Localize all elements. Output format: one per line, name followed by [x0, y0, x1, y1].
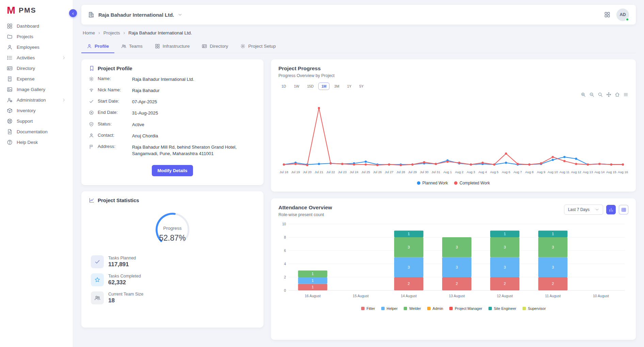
sidebar-item-activities[interactable]: Activities	[0, 52, 73, 63]
menu-icon[interactable]	[623, 92, 628, 97]
range-button-1w[interactable]: 1W	[291, 82, 302, 90]
range-selector: 1D1W15D1M3M1Y5Y	[278, 82, 628, 90]
sidebar-item-label: Activities	[17, 55, 35, 60]
stat-tasks-planned: Tasks Planned117,891	[91, 255, 254, 268]
sidebar-item-administration[interactable]: Administration	[0, 95, 73, 105]
stat-tasks-completed: Tasks Completed62,332	[91, 273, 254, 286]
svg-text:1: 1	[312, 272, 314, 276]
legend-item-planned-work[interactable]: Planned Work	[417, 181, 448, 185]
company-selector[interactable]: Raja Bahadur International Ltd.	[98, 12, 174, 18]
svg-text:Jul 21: Jul 21	[315, 170, 323, 174]
attendance-overview-card: Attendance Overview Role-wise present co…	[271, 198, 636, 340]
field-value: Raja Bahadur Mill Rd, behind Sheraton Gr…	[132, 144, 256, 157]
range-button-1y[interactable]: 1Y	[344, 82, 355, 90]
profile-field-end-date: End Date:31-Aug-2025	[89, 110, 256, 116]
legend-item-site-engineer[interactable]: Site Engineer	[488, 306, 516, 311]
legend-swatch	[381, 307, 385, 310]
image-icon	[7, 87, 13, 92]
list-icon	[7, 55, 13, 61]
field-value: Raja Bahadur International Ltd.	[132, 76, 194, 82]
bar-view-button[interactable]	[606, 205, 616, 214]
zoom-out-icon[interactable]	[589, 92, 594, 97]
avatar[interactable]: AD	[616, 9, 629, 21]
line-chart-svg: Jul 18Jul 19Jul 20Jul 21Jul 22Jul 23Jul …	[278, 97, 628, 178]
sidebar-item-dashboard[interactable]: Dashboard	[0, 21, 73, 31]
svg-text:3: 3	[552, 245, 554, 249]
apps-grid-icon[interactable]	[604, 12, 610, 18]
sidebar-collapse-button[interactable]: ‹	[69, 9, 77, 17]
profile-field-nick-name: Nick Name:Raja Bahadur	[89, 87, 256, 94]
range-button-5y[interactable]: 5Y	[356, 82, 367, 90]
svg-text:Jul 25: Jul 25	[361, 170, 370, 174]
svg-text:Jul 19: Jul 19	[291, 170, 300, 174]
svg-text:Aug 2: Aug 2	[455, 170, 464, 174]
attendance-bar-chart[interactable]: 024681011116 August15 August233114 Augus…	[278, 221, 628, 305]
field-label: Start Date:	[98, 99, 128, 104]
sidebar-item-support[interactable]: Support	[0, 116, 73, 126]
tab-infrastructure[interactable]: Infrastructure	[149, 40, 195, 53]
legend-item-welder[interactable]: Welder	[404, 306, 421, 311]
svg-text:Aug 15: Aug 15	[606, 170, 616, 174]
breadcrumb-separator-icon: ›	[98, 30, 100, 35]
home-icon[interactable]	[615, 92, 620, 97]
tab-directory[interactable]: Directory	[196, 40, 234, 53]
field-value: Raja Bahadur	[132, 87, 160, 94]
svg-text:2: 2	[552, 282, 554, 286]
breadcrumb-item[interactable]: Home	[83, 30, 95, 35]
tab-project-setup[interactable]: Project Setup	[235, 40, 281, 53]
sidebar-item-expense[interactable]: Expense	[0, 74, 73, 84]
progress-line-chart[interactable]: Jul 18Jul 19Jul 20Jul 21Jul 22Jul 23Jul …	[278, 97, 628, 179]
box-icon	[7, 108, 13, 114]
svg-text:Aug 4: Aug 4	[478, 170, 487, 174]
sidebar-item-employees[interactable]: Employees	[0, 42, 73, 52]
svg-text:8: 8	[284, 236, 286, 239]
tab-profile[interactable]: Profile	[81, 40, 114, 53]
flag-icon	[89, 144, 94, 149]
range-button-15d[interactable]: 15D	[304, 82, 317, 90]
stat-value: 117,891	[108, 261, 136, 268]
legend-item-admin[interactable]: Admin	[427, 306, 443, 311]
date-range-select[interactable]: Last 7 Days	[564, 205, 603, 215]
chart-toolbar	[278, 92, 628, 97]
range-button-3m[interactable]: 3M	[331, 82, 342, 90]
app-name: PMS	[19, 6, 36, 14]
pan-icon[interactable]	[606, 92, 611, 97]
range-button-1m[interactable]: 1M	[318, 82, 329, 90]
progress-card-title: Project Progress	[278, 65, 628, 72]
sidebar-item-projects[interactable]: Projects	[0, 31, 73, 42]
svg-text:Jul 26: Jul 26	[373, 170, 382, 174]
legend-item-fitter[interactable]: Fitter	[361, 306, 375, 311]
sidebar-item-documentation[interactable]: Documentation	[0, 126, 73, 137]
legend-item-supervisor[interactable]: Supervisor	[522, 306, 546, 311]
content: Project Profile Name:Raja Bahadur Intern…	[81, 59, 636, 347]
magnifier-icon[interactable]	[598, 92, 603, 97]
range-button-1d[interactable]: 1D	[278, 82, 289, 90]
legend-item-project-manager[interactable]: Project Manager	[449, 306, 482, 311]
tab-teams[interactable]: Teams	[116, 40, 148, 53]
svg-text:6: 6	[284, 249, 286, 253]
right-column: Project Progress Progress Overview by Pr…	[271, 59, 636, 347]
stat-text: Tasks Completed62,332	[108, 274, 141, 286]
project-profile-card: Project Profile Name:Raja Bahadur Intern…	[81, 59, 263, 185]
svg-text:2: 2	[408, 282, 410, 286]
sidebar-item-image-gallery[interactable]: Image Gallery	[0, 84, 73, 95]
tab-label: Directory	[210, 44, 228, 49]
svg-text:13 August: 13 August	[449, 294, 465, 298]
sidebar-item-directory[interactable]: Directory	[0, 63, 73, 74]
chevron-down-icon[interactable]	[178, 12, 182, 17]
legend-item-completed-work[interactable]: Completed Work	[454, 181, 490, 185]
breadcrumb-item[interactable]: Projects	[103, 30, 120, 35]
legend-item-helper[interactable]: Helper	[381, 306, 398, 311]
sidebar-item-label: Projects	[17, 34, 33, 39]
gauge-value: 52.87%	[147, 233, 198, 243]
check-icon	[89, 99, 94, 104]
modify-details-button[interactable]: Modify Details	[152, 165, 193, 176]
attendance-controls: Last 7 Days	[564, 205, 628, 215]
sidebar-item-help-desk[interactable]: Help Desk	[0, 137, 73, 148]
table-view-button[interactable]	[619, 205, 628, 214]
sidebar-item-inventory[interactable]: Inventory	[0, 105, 73, 116]
folder-icon	[7, 34, 13, 40]
legend-swatch	[522, 307, 526, 310]
gear-icon	[240, 44, 245, 49]
zoom-in-icon[interactable]	[581, 92, 586, 97]
